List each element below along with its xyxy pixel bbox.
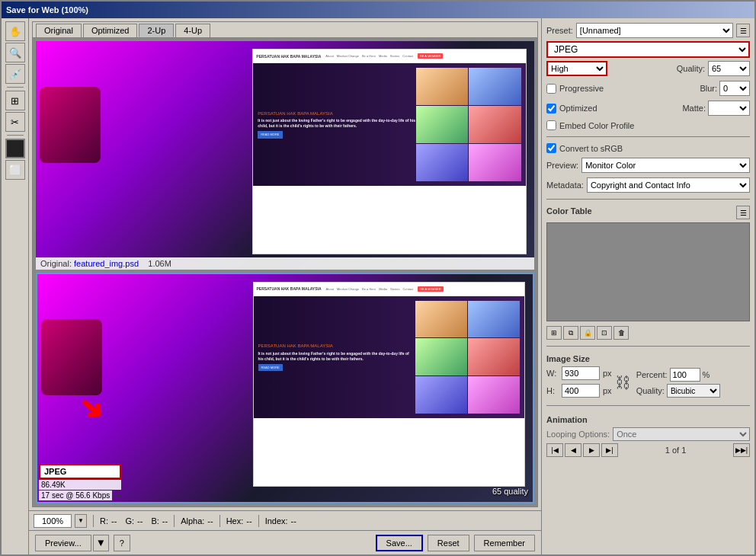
- hex-section: Hex: --: [226, 516, 252, 526]
- metadata-dropdown[interactable]: Copyright and Contact Info: [587, 177, 750, 193]
- zoom-tool[interactable]: 🔍: [5, 43, 25, 62]
- b-value: --: [162, 516, 168, 526]
- convert-srgb-checkbox[interactable]: [546, 143, 556, 153]
- help-button[interactable]: ?: [114, 535, 130, 551]
- height-row: H: px: [546, 384, 612, 398]
- original-image-label: Original: featured_img.psd 1.06M: [36, 257, 534, 270]
- ct-new-btn[interactable]: ⊞: [546, 326, 562, 340]
- toggle-slice-tool[interactable]: ⊞: [5, 91, 25, 110]
- zoom-dropdown-btn[interactable]: ▼: [75, 514, 87, 528]
- website-mockup-bottom: PERSATUAN HAK BAPA MALAYSIA About Mindse…: [253, 282, 526, 487]
- nav-item: About: [325, 54, 333, 58]
- preset-label: Preset:: [546, 26, 573, 35]
- color-table-title: Color Table: [546, 206, 592, 216]
- img-cell-6: [469, 144, 521, 181]
- format-dropdown[interactable]: JPEG: [546, 41, 750, 58]
- looping-dropdown[interactable]: Once: [613, 427, 750, 441]
- embed-color-profile-label: Embed Color Profile: [559, 121, 634, 130]
- eyedropper-tool[interactable]: 💉: [5, 64, 25, 84]
- section-divider-1: [546, 136, 750, 137]
- optimized-checkbox-row: Optimized: [546, 104, 597, 113]
- canvas-content: PERSATUAN HAK BAPA MALAYSIA About Mindse…: [33, 38, 537, 506]
- preview-row: Preview: Monitor Color: [546, 158, 750, 173]
- color-table-header: Color Table ☰: [546, 206, 750, 219]
- status-divider-1: [93, 515, 94, 527]
- img-cell-b6: [468, 376, 520, 414]
- foreground-color[interactable]: [5, 139, 25, 158]
- remember-button[interactable]: Remember: [474, 535, 535, 551]
- website-button-2: BE A MEMBER: [418, 286, 443, 292]
- index-section: Index: --: [265, 516, 296, 526]
- ct-delete-btn[interactable]: ⊡: [597, 326, 612, 340]
- color-table-menu-btn[interactable]: ☰: [736, 206, 750, 219]
- website-nav-2: About Mindset Change Be a Hero Media Sto…: [326, 287, 414, 291]
- optimized-matte-row: Optimized Matte:: [546, 101, 750, 116]
- quality-level-dropdown[interactable]: High: [546, 61, 607, 76]
- hand-tool[interactable]: ✋: [5, 21, 25, 41]
- website-images-grid-2: [415, 301, 520, 414]
- slice-tool[interactable]: ✂: [5, 112, 25, 132]
- preview-button[interactable]: Preview...: [35, 535, 91, 551]
- hex-label: Hex:: [226, 516, 244, 526]
- ct-trash-btn[interactable]: 🗑: [613, 326, 629, 340]
- percent-input[interactable]: [670, 368, 700, 382]
- embed-color-profile-checkbox[interactable]: [546, 120, 556, 130]
- zoom-section: ▼: [34, 514, 87, 528]
- nav-item: About: [326, 287, 334, 291]
- color-table-toolbar: ⊞ ⧉ 🔒 ⊡ 🗑: [546, 326, 750, 340]
- tab-optimized[interactable]: Optimized: [83, 24, 138, 37]
- nav-item: Media: [379, 54, 387, 58]
- website-images-grid: [416, 68, 521, 181]
- zoom-input[interactable]: [34, 514, 72, 528]
- nav-item: Mindset Change: [337, 54, 359, 58]
- preview-row-label: Preview:: [546, 161, 578, 170]
- panel-menu-btn[interactable]: ☰: [736, 24, 750, 37]
- height-input[interactable]: [562, 384, 600, 398]
- ct-copy-btn[interactable]: ⧉: [563, 326, 578, 340]
- reset-button[interactable]: Reset: [428, 535, 469, 551]
- nav-item: Be a Hero: [362, 287, 376, 291]
- nav-item: Be a Hero: [362, 54, 376, 58]
- resample-quality-row: Quality: Bicubic: [636, 384, 720, 398]
- main-area: Original Optimized 2-Up 4-Up PERSATUAN H…: [29, 18, 541, 554]
- tab-original[interactable]: Original: [36, 24, 82, 37]
- tab-four-up[interactable]: 4-Up: [175, 24, 210, 37]
- width-input[interactable]: [562, 366, 600, 380]
- g-label: G:: [125, 516, 134, 526]
- preview-toggle[interactable]: ⬜: [5, 160, 25, 180]
- anim-play-btn[interactable]: ▶: [583, 443, 600, 457]
- optimized-checkbox[interactable]: [546, 104, 556, 113]
- original-label-text: Original:: [40, 259, 72, 268]
- info-menu-icon[interactable]: ☰: [114, 491, 121, 500]
- preset-dropdown[interactable]: [Unnamed]: [576, 23, 733, 38]
- anim-prev-btn[interactable]: ◀: [565, 443, 581, 457]
- website-nav: About Mindset Change Be a Hero Media Sto…: [325, 54, 413, 58]
- img-cell-5: [416, 144, 469, 181]
- g-value: --: [137, 516, 143, 526]
- anim-last-btn[interactable]: ▶▶|: [733, 443, 750, 457]
- tab-two-up[interactable]: 2-Up: [139, 24, 174, 37]
- preview-dropdown[interactable]: Monitor Color: [581, 158, 750, 173]
- file-size-label: 86.49K: [39, 480, 121, 490]
- quality-value-dropdown[interactable]: 65: [708, 61, 750, 76]
- preview-dropdown-btn[interactable]: ▼: [93, 535, 109, 551]
- blur-dropdown[interactable]: 0: [719, 81, 750, 96]
- matte-dropdown[interactable]: [708, 101, 750, 116]
- alpha-label: Alpha:: [181, 516, 204, 526]
- status-divider-2: [174, 515, 175, 527]
- anim-next-btn[interactable]: ▶|: [601, 443, 618, 457]
- resample-quality-label: Quality:: [636, 386, 665, 395]
- save-button[interactable]: Save...: [376, 535, 423, 551]
- img-cell-b3: [415, 338, 467, 375]
- website-mockup-top: PERSATUAN HAK BAPA MALAYSIA About Mindse…: [252, 49, 527, 254]
- progressive-checkbox-row: Progressive: [546, 84, 604, 94]
- website-logo-2: PERSATUAN HAK BAPA MALAYSIA: [257, 286, 322, 291]
- canvas-tabs: Original Optimized 2-Up 4-Up: [33, 22, 537, 38]
- resample-quality-dropdown[interactable]: Bicubic: [667, 384, 720, 398]
- r-label: R:: [100, 516, 108, 526]
- window-title: Save for Web (100%): [6, 5, 88, 14]
- progressive-checkbox[interactable]: [546, 84, 556, 94]
- anim-first-btn[interactable]: |◀: [546, 443, 563, 457]
- width-label: W:: [546, 369, 559, 378]
- ct-lock-btn[interactable]: 🔒: [580, 326, 595, 340]
